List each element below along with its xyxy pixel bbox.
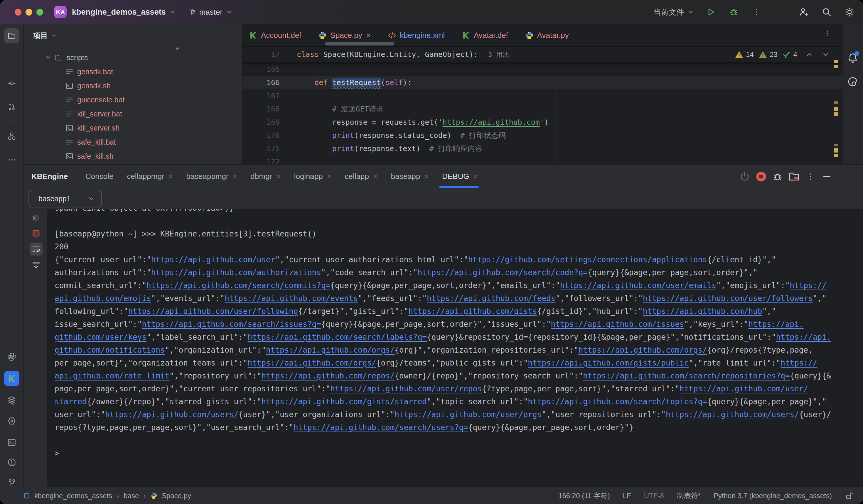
process-selector[interactable]: baseapp1 xyxy=(28,190,102,207)
console-link[interactable]: https:​/​/​api.​github.​com/​search/​com… xyxy=(147,281,330,290)
console-link[interactable]: https:​/​/​api.​github.​com/​search/​rep… xyxy=(583,371,790,380)
toolwindow-tab-loginapp[interactable]: loginapp× xyxy=(294,165,332,188)
code-line-167[interactable]: 167 xyxy=(242,89,842,102)
tree-item-gensdk.bat[interactable]: gensdk.bat xyxy=(24,65,242,79)
problems-icon[interactable] xyxy=(4,455,20,470)
code-line-172[interactable]: 172 xyxy=(242,155,842,164)
console-link[interactable]: https:​/​/​api.​github.​com/​authorizati… xyxy=(151,268,321,277)
close-icon[interactable]: × xyxy=(373,172,377,181)
run-button[interactable] xyxy=(705,6,717,18)
scroll-mark[interactable] xyxy=(834,65,838,68)
tree-item-scripts[interactable]: scripts xyxy=(24,50,242,65)
close-icon[interactable]: × xyxy=(233,172,237,181)
kbengine-tool-window-icon[interactable] xyxy=(4,371,20,386)
console-link[interactable]: https:​/​/​api.​github.​com/​issues xyxy=(551,320,684,328)
inspections-widget[interactable]: 14 23 4 xyxy=(735,47,829,63)
kebab-menu-icon[interactable] xyxy=(751,6,763,18)
more-tool-windows-icon[interactable] xyxy=(4,152,20,168)
breadcrumb-item[interactable]: base xyxy=(124,492,139,500)
console-link[interactable]: https:​/​/​api.​github.​com/​gists/​star… xyxy=(261,397,427,406)
console-link[interactable]: https:​/​/​api.​github.​com/​feeds xyxy=(427,294,555,303)
close-icon[interactable]: × xyxy=(366,31,371,40)
console-link[interactable]: https:​/​/​api.​github.​com/​user/​orgs xyxy=(395,410,541,419)
scroll-mark[interactable] xyxy=(834,148,838,153)
add-user-button[interactable] xyxy=(798,6,810,18)
console-link[interactable]: https:​/​/​api.​github.​com/​orgs/​ xyxy=(248,359,376,367)
project-panel-header[interactable]: 项目 xyxy=(24,24,242,47)
console-link[interactable]: https:​/​/​api.​github.​com/​search/​top… xyxy=(528,397,707,406)
code-line-169[interactable]: 169 response = requests.get('https://api… xyxy=(242,116,842,129)
line-ending[interactable]: LF xyxy=(623,492,631,500)
project-folder-icon[interactable] xyxy=(4,28,20,43)
power-icon[interactable] xyxy=(739,171,750,182)
scroll-to-end-icon[interactable] xyxy=(30,258,42,271)
tab-scrollbar[interactable] xyxy=(325,42,394,46)
tree-item-guiconsole.bat[interactable]: guiconsole.bat xyxy=(24,93,242,107)
caret-position[interactable]: 166:20 (11 字符) xyxy=(558,491,610,501)
kebab-menu-icon[interactable] xyxy=(805,171,816,182)
resume-icon[interactable] xyxy=(30,211,42,224)
code-line-171[interactable]: 171 print(response.text) # 打印响应内容 xyxy=(242,142,842,155)
scroll-mark[interactable] xyxy=(834,107,838,111)
pull-requests-icon[interactable] xyxy=(4,99,20,114)
scroll-mark[interactable] xyxy=(834,112,838,116)
window-minimize-icon[interactable] xyxy=(26,9,32,15)
terminal-icon[interactable] xyxy=(4,435,20,450)
lock-icon[interactable] xyxy=(845,492,853,500)
console-link[interactable]: https:​/​/​github.​com/​settings/​connec… xyxy=(468,255,707,264)
close-icon[interactable]: × xyxy=(327,172,332,181)
console-link[interactable]: https:​/​/​api.​github.​com/​user/​email… xyxy=(560,281,716,290)
scroll-mark[interactable] xyxy=(834,101,838,104)
editor-tab-Account.def[interactable]: Account.def xyxy=(249,24,301,46)
console-link[interactable]: https:​/​/​api.​github.​com/​gists xyxy=(408,307,537,316)
python-console-icon[interactable] xyxy=(4,349,20,364)
console-output[interactable]: spawn cinit object at 0x7ffff000f1a0>)] … xyxy=(47,209,863,487)
code-line-168[interactable]: 168 # 发送GET请求 xyxy=(242,102,842,116)
console-link[interactable]: https:​/​/​api.​github.​com/​search/​iss… xyxy=(142,320,321,328)
close-icon[interactable]: × xyxy=(424,172,428,181)
breadcrumb-item[interactable]: kbengine_demos_assets xyxy=(34,492,112,500)
tree-item-kill_server.bat[interactable]: kill_server.bat xyxy=(24,107,242,121)
next-problem-icon[interactable] xyxy=(822,51,829,59)
debug-button[interactable] xyxy=(728,6,740,18)
editor-tab-Avatar.py[interactable]: Avatar.py xyxy=(525,24,569,46)
console-prompt[interactable]: > xyxy=(54,447,833,460)
editor-tab-Avatar.def[interactable]: Avatar.def xyxy=(462,24,508,46)
toolwindow-tab-cellapp[interactable]: cellapp× xyxy=(345,165,377,188)
run-configuration-selector[interactable]: 当前文件 xyxy=(653,7,694,17)
console-link[interactable]: https:​/​/​api.​github.​com/​user/​follo… xyxy=(128,307,298,316)
indent-style[interactable]: 制表符* xyxy=(677,491,701,501)
console-link[interactable]: https:​/​/​api.​github.​com/​search/​cod… xyxy=(418,268,588,277)
project-selector[interactable]: KA kbengine_demos_assets xyxy=(54,6,176,18)
chevron-down-icon[interactable] xyxy=(45,54,51,61)
console-link[interactable]: https:​/​/​api.​github.​com/​users/​ xyxy=(666,410,799,419)
toolwindow-tab-Console[interactable]: Console xyxy=(85,165,113,188)
breadcrumb-item[interactable]: Space.py xyxy=(162,492,191,500)
toolwindow-tab-baseappmgr[interactable]: baseappmgr× xyxy=(186,165,237,188)
settings-gear-icon[interactable] xyxy=(843,6,855,18)
debug-bug-icon[interactable] xyxy=(772,171,783,182)
services-layers-icon[interactable] xyxy=(4,392,20,408)
minimize-icon[interactable] xyxy=(821,171,833,182)
breadcrumb[interactable]: kbengine_demos_assets›base›Space.py xyxy=(24,491,191,501)
console-link[interactable]: https:​/​/​api.​github.​com/​user/​follo… xyxy=(643,294,813,303)
kebab-menu-icon[interactable] xyxy=(823,29,831,38)
close-icon[interactable]: × xyxy=(276,172,280,181)
tree-item-safe_kill.sh[interactable]: safe_kill.sh xyxy=(24,149,242,163)
close-icon[interactable]: × xyxy=(168,172,173,181)
console-link[interactable]: https:​/​/​api.​github.​com/​hub xyxy=(643,307,762,316)
console-link[interactable]: https:​/​/​api.​github.​com/​user xyxy=(151,255,275,264)
previous-problem-icon[interactable] xyxy=(805,51,813,59)
branch-selector[interactable]: master xyxy=(189,8,233,17)
soft-wrap-icon[interactable] xyxy=(30,243,42,256)
console-link[interactable]: https:​/​/​api.​github.​com/​events xyxy=(225,294,358,303)
toolwindow-tab-dbmgr[interactable]: dbmgr× xyxy=(250,165,280,188)
window-close-icon[interactable] xyxy=(15,9,22,15)
console-link[interactable]: https:​/​/​api.​github.​com/​orgs/​ xyxy=(266,346,395,354)
ai-assistant-icon[interactable] xyxy=(847,76,859,88)
window-maximize-icon[interactable] xyxy=(36,9,43,15)
console-link[interactable]: https:​/​/​api.​github.​com/​notificatio… xyxy=(54,333,831,354)
console-link[interactable]: https:​/​/​api.​github.​com/​repos/​ xyxy=(261,371,395,380)
structure-icon[interactable] xyxy=(4,129,20,144)
scroll-mark[interactable] xyxy=(834,60,838,63)
